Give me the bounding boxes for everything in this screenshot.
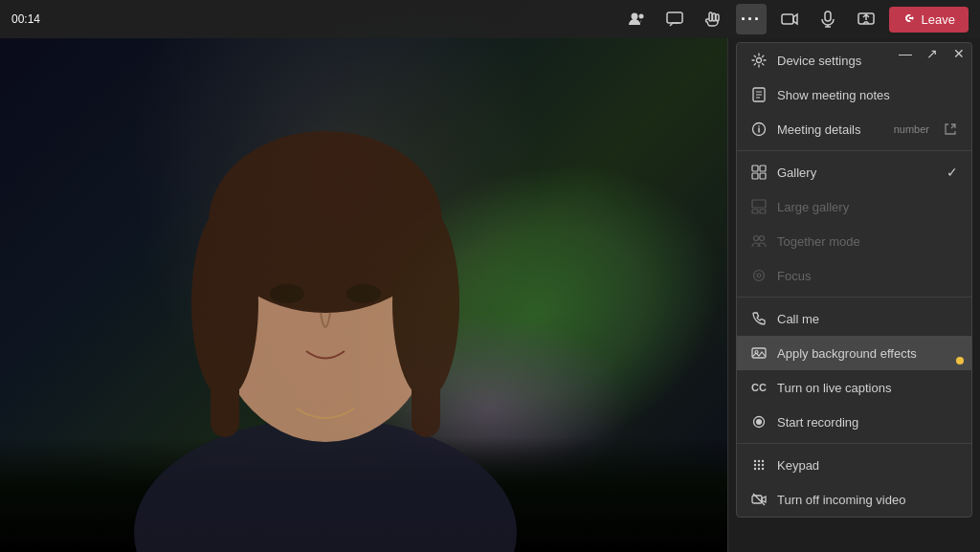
menu-divider-3 bbox=[737, 443, 971, 444]
leave-label: Leave bbox=[922, 12, 955, 27]
focus-label: Focus bbox=[777, 269, 811, 283]
context-menu: Device settings Show meeting notes bbox=[736, 42, 972, 518]
camera-icon bbox=[781, 11, 798, 28]
topbar-right: ··· bbox=[621, 4, 969, 34]
svg-point-47 bbox=[754, 464, 756, 466]
svg-point-8 bbox=[270, 284, 304, 303]
gallery-label: Gallery bbox=[777, 166, 816, 180]
svg-point-52 bbox=[762, 468, 764, 470]
hand-icon bbox=[704, 11, 722, 28]
leave-button[interactable]: Leave bbox=[889, 7, 969, 33]
svg-point-11 bbox=[638, 14, 643, 19]
svg-point-43 bbox=[756, 419, 762, 425]
minimize-panel-button[interactable]: — bbox=[894, 42, 917, 65]
topbar-left: 00:14 bbox=[11, 12, 40, 26]
svg-point-44 bbox=[754, 460, 756, 462]
menu-item-meeting-notes[interactable]: Show meeting notes bbox=[737, 77, 971, 112]
camera-toggle-button[interactable] bbox=[774, 4, 805, 34]
menu-item-focus: Focus bbox=[737, 258, 971, 293]
meeting-details-label: Meeting details bbox=[777, 122, 860, 137]
together-mode-icon bbox=[750, 232, 768, 250]
close-icon: ✕ bbox=[953, 46, 965, 61]
menu-item-gallery[interactable]: Gallery ✓ bbox=[737, 155, 971, 189]
chat-button[interactable] bbox=[659, 4, 690, 34]
more-icon: ··· bbox=[741, 10, 761, 30]
live-captions-label: Turn on live captions bbox=[777, 381, 891, 395]
mic-button[interactable] bbox=[813, 4, 843, 34]
svg-rect-35 bbox=[760, 210, 766, 213]
notes-icon bbox=[750, 86, 768, 103]
svg-rect-7 bbox=[412, 303, 440, 437]
svg-rect-30 bbox=[760, 166, 766, 171]
external-link-icon bbox=[943, 121, 958, 137]
gear-icon bbox=[750, 52, 768, 69]
large-gallery-label: Large gallery bbox=[777, 200, 849, 214]
svg-rect-13 bbox=[709, 12, 712, 21]
menu-item-live-captions[interactable]: CC Turn on live captions bbox=[737, 370, 971, 405]
call-me-label: Call me bbox=[777, 312, 819, 326]
right-panel: — ↗ ✕ Device settings bbox=[727, 0, 980, 552]
focus-icon bbox=[750, 267, 768, 284]
restore-icon: ↗ bbox=[926, 46, 938, 61]
svg-rect-29 bbox=[752, 166, 758, 171]
keypad-label: Keypad bbox=[777, 458, 819, 473]
large-gallery-icon bbox=[750, 198, 768, 215]
cursor-indicator bbox=[956, 357, 964, 364]
mic-icon bbox=[819, 11, 836, 28]
svg-point-46 bbox=[762, 460, 764, 462]
phone-icon bbox=[750, 310, 768, 327]
call-timer: 00:14 bbox=[11, 12, 40, 26]
meeting-notes-label: Show meeting notes bbox=[777, 88, 890, 102]
share-icon bbox=[858, 11, 875, 28]
apply-bg-label: Apply background effects bbox=[777, 346, 917, 361]
gallery-icon bbox=[750, 164, 768, 181]
menu-divider-2 bbox=[737, 297, 971, 298]
svg-rect-31 bbox=[752, 173, 758, 179]
person-face bbox=[77, 35, 574, 552]
share-screen-button[interactable] bbox=[851, 4, 881, 34]
svg-rect-32 bbox=[760, 173, 766, 179]
svg-point-45 bbox=[758, 460, 760, 462]
svg-point-37 bbox=[760, 236, 765, 241]
svg-point-38 bbox=[754, 271, 765, 281]
video-background bbox=[0, 0, 727, 552]
svg-point-49 bbox=[762, 464, 764, 466]
svg-point-36 bbox=[754, 236, 759, 241]
svg-point-50 bbox=[754, 468, 756, 470]
meeting-number: number bbox=[894, 123, 929, 135]
keypad-icon bbox=[750, 456, 768, 474]
people-icon bbox=[628, 11, 645, 28]
menu-item-meeting-details[interactable]: Meeting details number bbox=[737, 112, 971, 146]
svg-rect-17 bbox=[825, 11, 831, 21]
panel-header-controls: — ↗ ✕ bbox=[894, 42, 970, 65]
more-button[interactable]: ··· bbox=[736, 4, 767, 34]
menu-item-turn-off-video[interactable]: Turn off incoming video bbox=[737, 482, 971, 517]
svg-rect-34 bbox=[752, 210, 758, 213]
svg-point-9 bbox=[346, 284, 381, 303]
chat-icon bbox=[666, 11, 683, 28]
menu-item-call-me[interactable]: Call me bbox=[737, 301, 971, 336]
close-panel-button[interactable]: ✕ bbox=[947, 42, 970, 65]
restore-panel-button[interactable]: ↗ bbox=[921, 42, 944, 65]
svg-rect-6 bbox=[211, 303, 239, 437]
leave-icon bbox=[902, 12, 916, 26]
svg-rect-12 bbox=[667, 12, 682, 23]
svg-point-39 bbox=[757, 274, 761, 277]
background-effects-icon bbox=[750, 344, 768, 362]
menu-item-together-mode: Together mode bbox=[737, 224, 971, 258]
device-settings-label: Device settings bbox=[777, 54, 861, 68]
record-icon bbox=[750, 413, 768, 431]
svg-rect-16 bbox=[782, 14, 793, 24]
menu-item-start-recording[interactable]: Start recording bbox=[737, 405, 971, 439]
start-recording-label: Start recording bbox=[777, 415, 858, 430]
svg-point-28 bbox=[758, 125, 760, 127]
menu-item-keypad[interactable]: Keypad bbox=[737, 448, 971, 482]
menu-item-apply-bg[interactable]: Apply background effects bbox=[737, 336, 971, 370]
minimize-icon: — bbox=[899, 46, 912, 61]
raise-hand-button[interactable] bbox=[698, 4, 728, 34]
info-icon bbox=[750, 121, 768, 138]
people-button[interactable] bbox=[621, 4, 652, 34]
menu-item-large-gallery: Large gallery bbox=[737, 189, 971, 224]
svg-rect-33 bbox=[752, 200, 766, 208]
turn-off-video-label: Turn off incoming video bbox=[777, 493, 905, 507]
